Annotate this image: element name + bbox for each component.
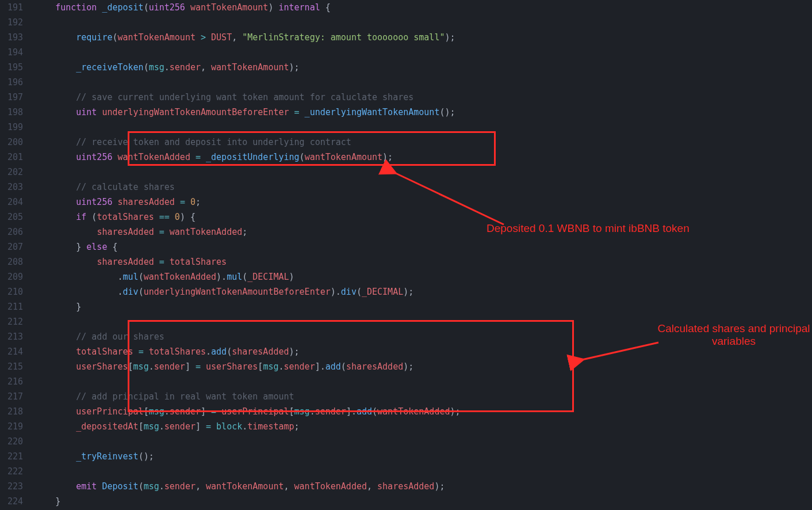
line-number: 210 xyxy=(0,284,23,299)
code-line[interactable]: userPrincipal[msg.sender] = userPrincipa… xyxy=(35,404,812,419)
line-number: 220 xyxy=(0,434,23,449)
code-line[interactable] xyxy=(35,374,812,389)
code-line[interactable]: require(wantTokenAmount > DUST, "MerlinS… xyxy=(35,30,812,45)
line-number: 215 xyxy=(0,359,23,374)
line-number: 205 xyxy=(0,210,23,224)
code-line[interactable]: _tryReinvest(); xyxy=(35,449,812,464)
code-line[interactable] xyxy=(35,75,812,90)
line-number: 201 xyxy=(0,150,23,165)
line-number-gutter: 1911921931941951961971981992002012022032… xyxy=(0,0,35,510)
annotation-deposit: Deposited 0.1 WBNB to mint ibBNB token xyxy=(487,222,690,235)
line-number: 209 xyxy=(0,269,23,284)
code-line[interactable] xyxy=(35,464,812,479)
line-number: 195 xyxy=(0,60,23,75)
line-number: 194 xyxy=(0,45,23,60)
code-line[interactable]: // add principal in real want token amou… xyxy=(35,389,812,404)
code-line[interactable] xyxy=(35,120,812,135)
code-line[interactable]: .mul(wantTokenAdded).mul(_DECIMAL) xyxy=(35,269,812,284)
line-number: 199 xyxy=(0,120,23,135)
code-line[interactable]: .div(underlyingWantTokenAmountBeforeEnte… xyxy=(35,284,812,299)
code-line[interactable]: emit Deposit(msg.sender, wantTokenAmount… xyxy=(35,479,812,494)
svg-line-1 xyxy=(582,342,658,360)
line-number: 203 xyxy=(0,180,23,195)
annotation-shares: Calculated shares and principal variable… xyxy=(653,322,812,348)
line-number: 222 xyxy=(0,464,23,479)
code-line[interactable] xyxy=(35,15,812,30)
line-number: 198 xyxy=(0,105,23,120)
code-line[interactable]: uint underlyingWantTokenAmountBeforeEnte… xyxy=(35,105,812,120)
line-number: 212 xyxy=(0,314,23,329)
code-line[interactable]: // save current underlying want token am… xyxy=(35,90,812,105)
svg-line-0 xyxy=(394,173,504,224)
line-number: 191 xyxy=(0,0,23,15)
code-line[interactable]: userShares[msg.sender] = userShares[msg.… xyxy=(35,359,812,374)
line-number: 200 xyxy=(0,135,23,150)
code-line[interactable]: sharesAdded = totalShares xyxy=(35,254,812,269)
code-area[interactable]: Deposited 0.1 WBNB to mint ibBNB token C… xyxy=(35,0,812,510)
line-number: 193 xyxy=(0,30,23,45)
code-line[interactable] xyxy=(35,434,812,449)
code-line[interactable] xyxy=(35,45,812,60)
code-line[interactable]: uint256 wantTokenAdded = _depositUnderly… xyxy=(35,150,812,165)
code-line[interactable]: _depositedAt[msg.sender] = block.timesta… xyxy=(35,419,812,434)
line-number: 224 xyxy=(0,494,23,509)
line-number: 204 xyxy=(0,195,23,210)
line-number: 207 xyxy=(0,239,23,254)
line-number: 213 xyxy=(0,329,23,344)
line-number: 216 xyxy=(0,374,23,389)
code-line[interactable]: _receiveToken(msg.sender, wantTokenAmoun… xyxy=(35,60,812,75)
code-editor[interactable]: 1911921931941951961971981992002012022032… xyxy=(0,0,812,510)
line-number: 211 xyxy=(0,299,23,314)
line-number: 221 xyxy=(0,449,23,464)
code-line[interactable]: } xyxy=(35,494,812,509)
line-number: 196 xyxy=(0,75,23,90)
line-number: 223 xyxy=(0,479,23,494)
code-line[interactable]: // receive token and deposit into underl… xyxy=(35,135,812,150)
line-number: 217 xyxy=(0,389,23,404)
line-number: 219 xyxy=(0,419,23,434)
line-number: 197 xyxy=(0,90,23,105)
line-number: 192 xyxy=(0,15,23,30)
line-number: 218 xyxy=(0,404,23,419)
line-number: 206 xyxy=(0,224,23,239)
line-number: 208 xyxy=(0,254,23,269)
code-line[interactable]: } else { xyxy=(35,239,812,254)
line-number: 202 xyxy=(0,165,23,180)
code-line[interactable]: function _deposit(uint256 wantTokenAmoun… xyxy=(35,0,812,15)
code-line[interactable]: } xyxy=(35,299,812,314)
line-number: 214 xyxy=(0,344,23,359)
